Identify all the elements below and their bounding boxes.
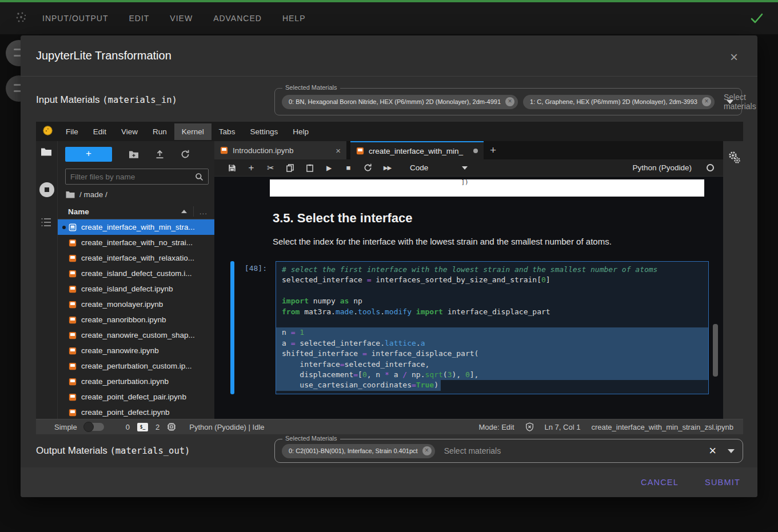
file-name-label: create_interface_with_no_strai... — [81, 238, 193, 247]
file-row[interactable]: create_nanoribbon.ipynb — [58, 312, 214, 327]
menu-item-edit[interactable]: EDIT — [129, 14, 149, 23]
file-row[interactable]: create_interface_with_no_strai... — [58, 235, 214, 250]
cell-type-caret-icon[interactable] — [462, 166, 468, 170]
tab-create-interface[interactable]: create_interface_with_min_ — [350, 141, 484, 159]
jl-menu-kernel[interactable]: Kernel — [174, 123, 212, 140]
material-chip[interactable]: 0: C2(001)-BN(001), Interface, Strain 0.… — [282, 444, 435, 458]
menu-item-input-output[interactable]: INPUT/OUTPUT — [42, 14, 108, 23]
code-line: shifted_interface = interface_displace_p… — [276, 349, 708, 359]
input-materials-select[interactable]: Selected Materials 0: BN, Hexagonal Boro… — [274, 88, 742, 115]
file-name-label: create_perturbation.ipynb — [81, 377, 169, 386]
scrollbar-thumb[interactable] — [713, 324, 718, 377]
file-name-label: create_point_defect.ipynb — [81, 408, 170, 417]
file-row[interactable]: create_point_defect.ipynb — [58, 405, 214, 419]
cut-cell-icon[interactable]: ✂ — [266, 163, 276, 173]
notebook-icon — [69, 254, 81, 262]
add-cell-icon[interactable]: + — [246, 162, 256, 174]
app-logo-icon[interactable] — [15, 11, 27, 26]
notebook-icon — [69, 393, 81, 401]
kernel-name-label[interactable]: Python (Pyodide) — [632, 163, 692, 172]
file-browser-panel: + — [57, 141, 214, 419]
refresh-icon[interactable] — [181, 150, 190, 159]
jl-menu-view[interactable]: View — [114, 123, 145, 140]
file-row[interactable]: create_point_defect_pair.ipynb — [58, 389, 214, 405]
cancel-button[interactable]: CANCEL — [641, 478, 679, 487]
code-line: displacement=[0, n * a / np.sqrt(3), 0], — [276, 370, 708, 380]
jl-menu-tabs[interactable]: Tabs — [212, 123, 243, 140]
trust-shield-icon[interactable] — [525, 422, 534, 431]
code-line: interface=selected_interface, — [276, 359, 708, 370]
jl-menu-edit[interactable]: Edit — [86, 123, 114, 140]
notebook-icon — [69, 239, 81, 247]
file-name-label: create_interface_with_relaxatio... — [81, 254, 194, 262]
copy-cell-icon[interactable] — [285, 164, 295, 172]
file-row[interactable]: create_island_defect_custom.i... — [58, 266, 214, 281]
remove-chip-icon[interactable]: × — [702, 97, 711, 106]
file-row[interactable]: create_interface_with_min_stra... — [58, 219, 214, 235]
new-folder-icon[interactable] — [129, 150, 139, 159]
running-kernels-icon[interactable] — [39, 182, 54, 197]
notebook-icon — [69, 316, 81, 324]
code-line: import numpy as np — [282, 296, 703, 306]
file-row[interactable]: create_monolayer.ipynb — [58, 297, 214, 312]
name-column-header: Name — [68, 207, 89, 216]
jl-menu-run[interactable]: Run — [145, 123, 174, 140]
remove-chip-icon[interactable]: × — [422, 446, 432, 455]
file-row[interactable]: create_interface_with_relaxatio... — [58, 250, 214, 266]
terminal-count: 0 — [126, 423, 130, 431]
file-row[interactable]: create_perturbation.ipynb — [58, 374, 214, 389]
cell-collapser[interactable] — [230, 261, 234, 394]
submit-button[interactable]: SUBMIT — [705, 478, 740, 487]
close-tab-icon[interactable]: × — [336, 146, 341, 155]
file-row[interactable]: create_island_defect.ipynb — [58, 281, 214, 297]
new-launcher-button[interactable]: + — [65, 147, 112, 162]
table-of-contents-icon[interactable] — [41, 217, 52, 230]
save-icon[interactable] — [227, 164, 237, 172]
file-row[interactable]: create_nanowire_custom_shap... — [58, 327, 214, 343]
add-tab-icon[interactable]: + — [484, 141, 502, 159]
notebook-icon — [69, 270, 81, 278]
kernel-status-label[interactable]: Python (Pyodide) | Idle — [189, 423, 264, 431]
jl-menu-help[interactable]: Help — [285, 123, 316, 140]
notebook-content[interactable]: ]) 3.5. Select the interface Select the … — [214, 177, 723, 419]
code-line: a = selected_interface.lattice.a — [276, 338, 708, 349]
chevron-down-icon[interactable] — [728, 449, 735, 453]
run-cell-icon[interactable]: ▶ — [324, 164, 334, 172]
file-browser-icon[interactable] — [41, 147, 52, 159]
upload-icon[interactable] — [155, 150, 164, 159]
cursor-position[interactable]: Ln 7, Col 1 — [545, 423, 581, 431]
remove-chip-icon[interactable]: × — [505, 97, 514, 106]
output-materials-select[interactable]: Selected Materials 0: C2(001)-BN(001), I… — [274, 439, 743, 463]
status-bar: Simple 0 $_ 2 Python (Pyodide) | Idle Mo… — [36, 419, 743, 434]
menu-item-advanced[interactable]: ADVANCED — [213, 14, 262, 23]
restart-kernel-icon[interactable] — [363, 163, 373, 172]
notebook-icon — [69, 285, 81, 293]
file-name-label: create_nanowire_custom_shap... — [81, 331, 195, 339]
menu-item-view[interactable]: VIEW — [170, 14, 193, 23]
more-options-icon[interactable]: ... — [200, 207, 208, 216]
jl-menu-settings[interactable]: Settings — [242, 123, 285, 140]
run-all-icon[interactable]: ▶▶ — [382, 165, 392, 171]
code-line: from mat3ra.made.tools.modify import int… — [282, 307, 703, 317]
paste-cell-icon[interactable] — [305, 164, 314, 172]
file-list-header[interactable]: Name ... — [58, 204, 214, 219]
settings-gears-icon[interactable] — [728, 150, 741, 167]
breadcrumb[interactable]: / made / — [58, 185, 214, 204]
file-row[interactable]: create_nanowire.ipynb — [58, 343, 214, 358]
chevron-down-icon[interactable] — [727, 100, 733, 104]
kernel-status-icon[interactable] — [707, 164, 714, 171]
menu-item-help[interactable]: HELP — [282, 14, 306, 23]
jupyterlab-menubar: FileEditViewRunKernelTabsSettingsHelp — [36, 122, 743, 141]
file-filter-input[interactable] — [66, 173, 195, 181]
material-chip[interactable]: 1: C, Graphene, HEX (P6/mmm) 2D (Monolay… — [523, 95, 715, 109]
stop-kernel-icon[interactable]: ■ — [344, 163, 353, 172]
tab-introduction[interactable]: Introduction.ipynb × — [214, 141, 346, 159]
cell-type-select[interactable]: Code — [410, 163, 428, 172]
material-chip[interactable]: 0: BN, Hexagonal Boron Nitride, HEX (P6/… — [282, 95, 518, 109]
code-editor[interactable]: # select the first interface with the lo… — [276, 261, 709, 394]
simple-mode-toggle[interactable] — [85, 423, 104, 431]
file-row[interactable]: create_perturbation_custom.ip... — [58, 358, 214, 374]
close-icon[interactable]: × — [730, 50, 738, 64]
jl-menu-file[interactable]: File — [58, 123, 86, 140]
clear-selection-icon[interactable]: × — [709, 445, 716, 457]
